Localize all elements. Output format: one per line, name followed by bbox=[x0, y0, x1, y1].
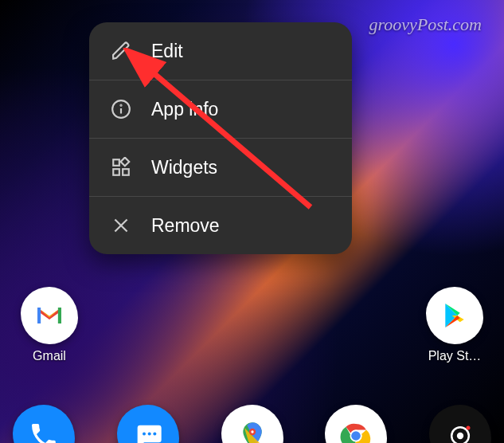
messages-icon bbox=[132, 420, 164, 443]
context-menu: Edit App info Widgets Remove bbox=[89, 22, 352, 254]
menu-item-label: Remove bbox=[151, 215, 220, 237]
app-play-store[interactable]: Play St… bbox=[418, 287, 491, 363]
widgets-icon bbox=[110, 156, 132, 178]
svg-point-2 bbox=[120, 105, 121, 106]
menu-item-widgets[interactable]: Widgets bbox=[89, 138, 352, 196]
app-label: Gmail bbox=[33, 349, 66, 363]
dock-app-maps[interactable] bbox=[221, 405, 283, 443]
menu-item-label: App info bbox=[151, 99, 218, 120]
svg-point-12 bbox=[153, 433, 156, 436]
app-label: Play St… bbox=[428, 349, 482, 363]
maps-icon bbox=[236, 420, 268, 443]
svg-rect-3 bbox=[113, 159, 119, 166]
dock-app-messages[interactable] bbox=[117, 405, 179, 443]
menu-item-label: Edit bbox=[151, 41, 183, 62]
pencil-icon bbox=[110, 40, 132, 62]
svg-rect-5 bbox=[123, 169, 129, 175]
phone-icon bbox=[28, 420, 60, 443]
menu-item-remove[interactable]: Remove bbox=[89, 196, 352, 254]
play-store-icon bbox=[426, 287, 483, 344]
dock bbox=[0, 405, 504, 443]
dock-app-camera[interactable] bbox=[429, 405, 491, 443]
svg-point-20 bbox=[467, 426, 471, 430]
menu-item-app-info[interactable]: App info bbox=[89, 80, 352, 138]
gmail-icon bbox=[21, 287, 78, 344]
chrome-icon bbox=[340, 420, 372, 443]
dock-app-chrome[interactable] bbox=[325, 405, 387, 443]
menu-item-label: Widgets bbox=[151, 157, 217, 178]
camera-icon bbox=[444, 420, 476, 443]
watermark: groovyPost.com bbox=[369, 14, 482, 35]
svg-point-19 bbox=[457, 433, 463, 439]
dock-app-phone[interactable] bbox=[13, 405, 75, 443]
app-gmail[interactable]: Gmail bbox=[13, 287, 86, 363]
svg-rect-4 bbox=[113, 169, 119, 175]
svg-point-14 bbox=[251, 430, 253, 433]
info-icon bbox=[110, 98, 132, 120]
svg-point-11 bbox=[147, 433, 150, 436]
svg-rect-6 bbox=[121, 158, 130, 167]
home-app-row: Gmail Play St… bbox=[0, 287, 504, 363]
close-icon bbox=[110, 214, 132, 237]
svg-point-10 bbox=[143, 433, 146, 436]
menu-item-edit[interactable]: Edit bbox=[89, 22, 352, 80]
